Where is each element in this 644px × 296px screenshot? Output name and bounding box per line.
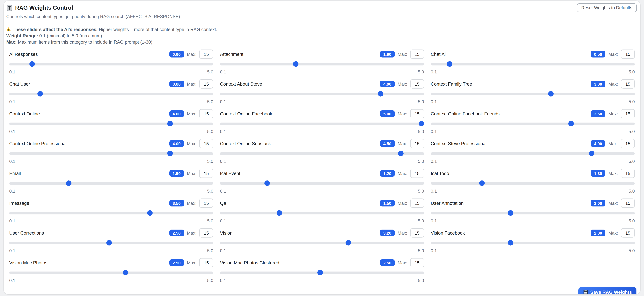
- slider-track[interactable]: [220, 63, 424, 65]
- weight-header: Chat User 0.80 Max:: [9, 79, 213, 89]
- weight-slider[interactable]: [220, 210, 424, 216]
- max-input[interactable]: [410, 169, 424, 178]
- range-min-label: 0.1: [9, 69, 16, 74]
- slider-thumb[interactable]: [418, 121, 424, 127]
- weight-value-badge: 1.50: [380, 200, 395, 207]
- slider-thumb[interactable]: [264, 181, 270, 186]
- slider-track[interactable]: [431, 93, 635, 95]
- page-subtitle: Controls which content types get priorit…: [6, 14, 637, 19]
- slider-track[interactable]: [431, 242, 635, 244]
- slider-track[interactable]: [431, 152, 635, 155]
- max-input[interactable]: [200, 258, 213, 268]
- slider-track[interactable]: [9, 182, 213, 184]
- slider-track[interactable]: [220, 242, 424, 244]
- max-input[interactable]: [410, 109, 424, 119]
- weight-slider[interactable]: [9, 121, 213, 127]
- slider-thumb[interactable]: [106, 240, 112, 246]
- weight-header: Attachment 1.90 Max:: [220, 49, 424, 59]
- slider-thumb[interactable]: [346, 240, 351, 246]
- slider-track[interactable]: [9, 122, 213, 125]
- slider-thumb[interactable]: [123, 270, 128, 276]
- weight-slider[interactable]: [9, 151, 213, 156]
- slider-thumb[interactable]: [508, 210, 513, 216]
- weight-slider[interactable]: [9, 61, 213, 67]
- slider-track[interactable]: [9, 271, 213, 274]
- max-input[interactable]: [410, 199, 424, 208]
- max-input[interactable]: [621, 139, 635, 148]
- slider-thumb[interactable]: [568, 121, 574, 127]
- slider-track[interactable]: [220, 93, 424, 95]
- floppy-disk-icon: [583, 289, 588, 295]
- max-input[interactable]: [621, 109, 635, 119]
- reset-weights-button[interactable]: Reset Weights to Defaults: [576, 3, 637, 12]
- max-input[interactable]: [410, 79, 424, 89]
- slider-track[interactable]: [220, 182, 424, 184]
- max-input[interactable]: [410, 228, 424, 238]
- weight-slider[interactable]: [431, 91, 635, 97]
- slider-track[interactable]: [220, 152, 424, 155]
- slider-thumb[interactable]: [589, 151, 594, 156]
- slider-thumb[interactable]: [167, 121, 173, 127]
- max-input[interactable]: [200, 228, 213, 238]
- weight-controls: 3.50 Max:: [591, 109, 635, 119]
- weight-slider[interactable]: [220, 61, 424, 67]
- max-input[interactable]: [410, 139, 424, 148]
- weight-slider[interactable]: [9, 181, 213, 186]
- weight-header: Email 1.50 Max:: [9, 168, 213, 178]
- weight-slider[interactable]: [220, 240, 424, 246]
- max-input[interactable]: [410, 258, 424, 268]
- slider-track[interactable]: [9, 212, 213, 214]
- slider-thumb[interactable]: [447, 61, 452, 67]
- slider-thumb[interactable]: [548, 91, 554, 97]
- slider-track[interactable]: [431, 63, 635, 65]
- max-input[interactable]: [621, 50, 635, 59]
- weight-slider[interactable]: [9, 91, 213, 97]
- max-input[interactable]: [410, 50, 424, 59]
- slider-thumb[interactable]: [398, 151, 404, 156]
- max-input[interactable]: [200, 139, 213, 148]
- slider-track[interactable]: [220, 122, 424, 125]
- slider-track[interactable]: [431, 182, 635, 184]
- max-input[interactable]: [621, 199, 635, 208]
- max-input[interactable]: [200, 50, 213, 59]
- max-input[interactable]: [621, 228, 635, 238]
- weight-slider[interactable]: [9, 210, 213, 216]
- weight-slider[interactable]: [220, 181, 424, 186]
- weight-slider[interactable]: [9, 270, 213, 276]
- slider-track[interactable]: [220, 212, 424, 214]
- slider-track[interactable]: [9, 152, 213, 155]
- slider-thumb[interactable]: [317, 270, 323, 276]
- weight-slider[interactable]: [431, 151, 635, 156]
- max-input[interactable]: [621, 169, 635, 178]
- slider-thumb[interactable]: [293, 61, 298, 67]
- max-input[interactable]: [621, 79, 635, 89]
- weight-slider[interactable]: [431, 61, 635, 67]
- max-input[interactable]: [200, 169, 213, 178]
- slider-thumb[interactable]: [147, 210, 152, 216]
- slider-thumb[interactable]: [479, 181, 485, 186]
- slider-track[interactable]: [431, 212, 635, 214]
- weight-slider[interactable]: [220, 151, 424, 156]
- weight-slider[interactable]: [220, 91, 424, 97]
- save-rag-weights-button[interactable]: Save RAG Weights: [578, 287, 636, 295]
- weight-slider[interactable]: [431, 121, 635, 127]
- slider-thumb[interactable]: [30, 61, 35, 67]
- slider-thumb[interactable]: [378, 91, 384, 97]
- weight-slider[interactable]: [431, 210, 635, 216]
- max-input[interactable]: [200, 79, 213, 89]
- slider-thumb[interactable]: [277, 210, 282, 216]
- weight-slider[interactable]: [431, 181, 635, 186]
- weight-slider[interactable]: [9, 240, 213, 246]
- slider-track[interactable]: [9, 63, 213, 65]
- slider-thumb[interactable]: [38, 91, 43, 97]
- slider-thumb[interactable]: [167, 151, 173, 156]
- weight-slider[interactable]: [431, 240, 635, 246]
- slider-thumb[interactable]: [66, 181, 72, 186]
- weight-slider[interactable]: [220, 121, 424, 127]
- slider-track[interactable]: [431, 122, 635, 125]
- weight-slider[interactable]: [220, 270, 424, 276]
- max-input[interactable]: [200, 199, 213, 208]
- max-input[interactable]: [200, 109, 213, 119]
- range-max-label: 5.0: [418, 189, 424, 194]
- slider-thumb[interactable]: [508, 240, 513, 246]
